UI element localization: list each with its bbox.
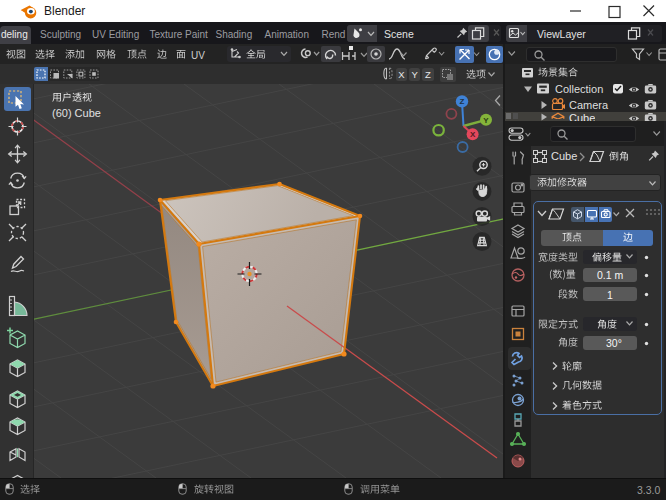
svg-text:X: X xyxy=(470,130,476,139)
svg-text:Y: Y xyxy=(483,116,489,125)
svg-text:Z: Z xyxy=(460,97,465,106)
